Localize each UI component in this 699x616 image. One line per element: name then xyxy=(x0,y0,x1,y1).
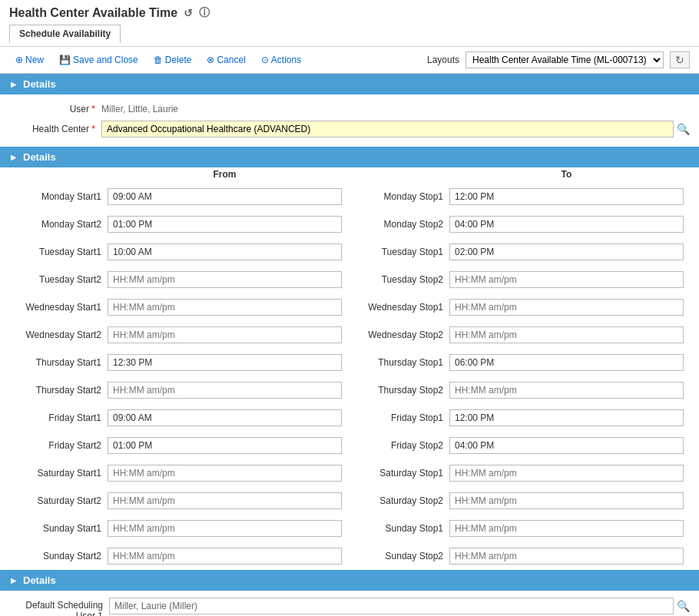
start-input-11[interactable] xyxy=(108,492,342,509)
stop-input-4[interactable] xyxy=(449,299,684,316)
section2-toggle-icon: ▶ xyxy=(8,152,18,163)
stop-label-9: Friday Stop2 xyxy=(357,440,449,451)
schedule-grid: Monday Start1 Monday Stop1 Monday Start2… xyxy=(0,183,699,570)
stop-input-12[interactable] xyxy=(449,520,684,537)
actions-icon: ⊙ xyxy=(261,55,269,65)
stop-field-6: Thursday Stop1 xyxy=(357,352,684,373)
stop-input-6[interactable] xyxy=(449,354,684,371)
start-label-1: Monday Start2 xyxy=(15,219,108,230)
stop-field-4: Wednesday Stop1 xyxy=(357,296,684,318)
section3-title: Details xyxy=(23,575,56,586)
delete-button[interactable]: 🗑 Delete xyxy=(147,52,198,68)
bottom-input-wrap-0: 🔍 xyxy=(109,598,690,614)
stop-input-1[interactable] xyxy=(449,216,684,233)
schedule-row: Wednesday Start1 Wednesday Stop1 xyxy=(0,293,699,321)
stop-input-13[interactable] xyxy=(449,548,684,565)
tab-schedule-availability[interactable]: Schedule Availability xyxy=(9,25,121,43)
start-input-10[interactable] xyxy=(108,465,342,482)
save-icon: 💾 xyxy=(59,55,71,65)
stop-input-8[interactable] xyxy=(449,409,684,426)
start-field-2: Tuesday Start1 xyxy=(15,241,342,263)
start-input-0[interactable] xyxy=(108,188,342,205)
schedule-row: Sunday Start2 Sunday Stop2 xyxy=(0,542,699,570)
stop-label-11: Saturday Stop2 xyxy=(357,495,449,506)
start-field-12: Sunday Start1 xyxy=(15,518,342,539)
stop-label-13: Sunday Stop2 xyxy=(357,551,449,561)
stop-input-10[interactable] xyxy=(449,465,684,482)
stop-input-5[interactable] xyxy=(449,326,684,343)
start-input-6[interactable] xyxy=(108,354,342,371)
bottom-search-icon-0[interactable]: 🔍 xyxy=(677,600,690,612)
start-input-9[interactable] xyxy=(108,437,342,454)
start-input-2[interactable] xyxy=(108,243,342,260)
start-input-8[interactable] xyxy=(108,409,342,426)
stop-field-8: Friday Stop1 xyxy=(357,407,684,429)
stop-input-2[interactable] xyxy=(449,243,684,260)
bottom-row-0: Default Scheduling User 1 🔍 xyxy=(9,594,690,616)
start-field-1: Monday Start2 xyxy=(15,214,342,235)
start-field-5: Wednesday Start2 xyxy=(15,324,342,346)
start-field-13: Sunday Start2 xyxy=(15,545,342,567)
start-input-1[interactable] xyxy=(108,216,342,233)
stop-label-6: Thursday Stop1 xyxy=(357,357,449,368)
stop-label-1: Monday Stop2 xyxy=(357,219,449,230)
layouts-select[interactable]: Health Center Available Time (ML-000713) xyxy=(465,51,664,68)
cancel-button[interactable]: ⊗ Cancel xyxy=(200,52,251,68)
start-label-12: Sunday Start1 xyxy=(15,523,108,534)
start-field-10: Saturday Start1 xyxy=(15,462,342,484)
stop-label-3: Tuesday Stop2 xyxy=(357,274,449,285)
stop-input-7[interactable] xyxy=(449,382,684,399)
health-center-label: Health Center * xyxy=(9,124,101,134)
stop-input-0[interactable] xyxy=(449,188,684,205)
cancel-icon: ⊗ xyxy=(207,55,214,65)
section2-header[interactable]: ▶ Details xyxy=(0,147,699,167)
new-button[interactable]: ⊕ New xyxy=(9,52,50,68)
layouts-label: Layouts xyxy=(427,55,459,65)
refresh-button[interactable]: ↻ xyxy=(670,51,690,68)
stop-field-0: Monday Stop1 xyxy=(357,186,684,207)
schedule-row: Monday Start2 Monday Stop2 xyxy=(0,210,699,238)
start-input-5[interactable] xyxy=(108,326,342,343)
start-field-6: Thursday Start1 xyxy=(15,352,342,373)
start-label-7: Thursday Start2 xyxy=(15,385,108,396)
schedule-row: Wednesday Start2 Wednesday Stop2 xyxy=(0,321,699,349)
page-header: Health Center Available Time ↺ ⓘ Schedul… xyxy=(0,0,699,47)
section2-title: Details xyxy=(23,151,56,163)
stop-field-11: Saturday Stop2 xyxy=(357,490,684,512)
section1-header[interactable]: ▶ Details xyxy=(0,74,699,94)
stop-input-11[interactable] xyxy=(449,492,684,509)
stop-input-9[interactable] xyxy=(449,437,684,454)
health-center-input[interactable] xyxy=(101,121,674,137)
start-input-3[interactable] xyxy=(108,271,342,288)
start-field-9: Friday Start2 xyxy=(15,435,342,456)
stop-label-12: Sunday Stop1 xyxy=(357,523,449,534)
start-input-12[interactable] xyxy=(108,520,342,537)
start-label-3: Tuesday Start2 xyxy=(15,274,108,285)
reset-icon[interactable]: ↺ xyxy=(184,7,193,19)
stop-field-5: Wednesday Stop2 xyxy=(357,324,684,346)
actions-button[interactable]: ⊙ Actions xyxy=(255,52,307,68)
start-field-11: Saturday Start2 xyxy=(15,490,342,512)
bottom-input-0[interactable] xyxy=(109,598,674,614)
stop-label-2: Tuesday Stop1 xyxy=(357,247,449,257)
stop-input-3[interactable] xyxy=(449,271,684,288)
section3-header[interactable]: ▶ Details xyxy=(0,570,699,591)
stop-field-13: Sunday Stop2 xyxy=(357,545,684,567)
section1-body: User * Miller, Little, Laurie Health Cen… xyxy=(0,94,699,147)
start-input-13[interactable] xyxy=(108,548,342,565)
save-close-button[interactable]: 💾 Save and Close xyxy=(53,52,144,68)
start-input-7[interactable] xyxy=(108,382,342,399)
schedule-row: Tuesday Start2 Tuesday Stop2 xyxy=(0,266,699,293)
start-input-4[interactable] xyxy=(108,299,342,316)
schedule-row: Tuesday Start1 Tuesday Stop1 xyxy=(0,238,699,266)
info-icon[interactable]: ⓘ xyxy=(199,6,210,20)
health-center-search-icon[interactable]: 🔍 xyxy=(677,123,690,135)
schedule-row: Friday Start1 Friday Stop1 xyxy=(0,404,699,432)
section3-body: Default Scheduling User 1 🔍 Default Sche… xyxy=(0,591,699,616)
start-label-9: Friday Start2 xyxy=(15,440,108,451)
schedule-row: Monday Start1 Monday Stop1 xyxy=(0,183,699,210)
toolbar: ⊕ New 💾 Save and Close 🗑 Delete ⊗ Cancel… xyxy=(0,47,699,74)
stop-field-12: Sunday Stop1 xyxy=(357,518,684,539)
stop-field-1: Monday Stop2 xyxy=(357,214,684,235)
stop-field-2: Tuesday Stop1 xyxy=(357,241,684,263)
